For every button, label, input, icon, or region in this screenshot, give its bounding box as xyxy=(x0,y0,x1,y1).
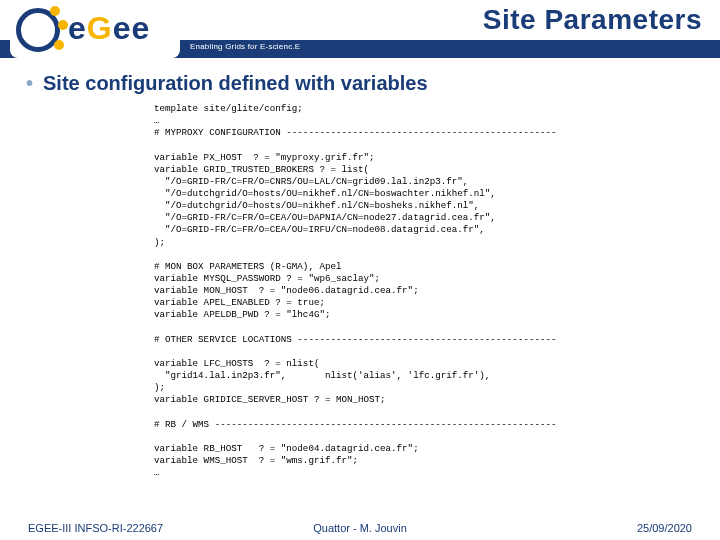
slide-content: •Site configuration defined with variabl… xyxy=(0,60,720,479)
footer-right: 25/09/2020 xyxy=(637,522,692,534)
bullet-icon: • xyxy=(26,72,33,94)
footer-left: EGEE-III INFSO-RI-222667 xyxy=(28,522,163,534)
logo-text: eGee xyxy=(68,10,150,47)
slide-footer: EGEE-III INFSO-RI-222667 Quattor - M. Jo… xyxy=(0,522,720,534)
title-bar: Site Parameters xyxy=(180,0,720,40)
content-heading: •Site configuration defined with variabl… xyxy=(26,72,694,95)
code-block: template site/glite/config; … # MYPROXY … xyxy=(154,103,694,479)
footer-center: Quattor - M. Jouvin xyxy=(313,522,407,534)
slide-header: eGee Site Parameters Enabling Grids for … xyxy=(0,0,720,60)
egee-logo: eGee xyxy=(10,2,180,58)
tagline: Enabling Grids for E-scienc.E xyxy=(190,42,300,51)
page-title: Site Parameters xyxy=(483,4,702,36)
heading-text: Site configuration defined with variable… xyxy=(43,72,428,94)
